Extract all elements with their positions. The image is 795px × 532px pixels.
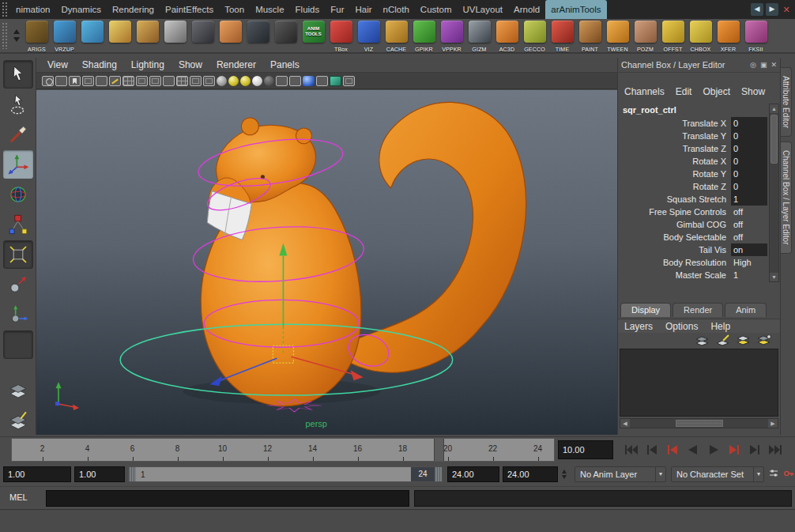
layer-editor-menu-item[interactable]: Layers	[624, 321, 653, 332]
playback-start-field[interactable]: 1.00	[74, 466, 125, 482]
channel-row[interactable]: Rotate Y 0	[620, 168, 767, 180]
shelf-icon-button[interactable]: TBox	[327, 19, 355, 52]
go-to-end-button[interactable]	[765, 442, 785, 458]
channel-name[interactable]: Translate Z	[620, 142, 731, 155]
channel-box-menu-item[interactable]: Edit	[676, 86, 692, 97]
channel-row[interactable]: Translate Z 0	[620, 142, 767, 155]
viewport-menu-item[interactable]: Lighting	[131, 59, 164, 70]
scrollbar-thumb[interactable]	[771, 115, 778, 164]
range-slider[interactable]: 1 24	[128, 466, 443, 482]
shelf-selector-icon[interactable]	[10, 19, 23, 52]
shelf-tab[interactable]: Arnold	[508, 0, 545, 19]
sidebar-vertical-tab[interactable]: Channel Box / Layer Editor	[781, 141, 792, 254]
shelf-tab[interactable]: Rendering	[107, 0, 160, 19]
screen-space-ao-icon[interactable]	[276, 76, 288, 86]
command-result-field[interactable]	[414, 490, 792, 507]
channel-list-scrollbar[interactable]: ▲ ▼	[769, 104, 779, 282]
new-empty-layer-button[interactable]	[736, 334, 752, 347]
lights-icon[interactable]	[252, 76, 262, 86]
shelf-tab[interactable]: nimation	[10, 0, 55, 19]
layer-options-button[interactable]	[715, 334, 731, 347]
select-camera-icon[interactable]	[42, 76, 54, 86]
play-backwards-button[interactable]	[683, 442, 703, 458]
channel-row[interactable]: Squash Stretch 1	[620, 193, 767, 206]
safe-action-icon[interactable]	[190, 76, 202, 86]
channel-name[interactable]: Rotate Y	[620, 168, 731, 180]
image-plane-icon[interactable]	[82, 76, 94, 86]
horizontal-scrollbar-thumb[interactable]	[676, 420, 723, 427]
channel-box-menu-item[interactable]: Object	[703, 86, 730, 97]
channel-name[interactable]: Tail Vis	[620, 243, 731, 256]
two-d-pan-zoom-icon[interactable]	[96, 76, 107, 86]
panel-float-icon[interactable]: ▣	[760, 61, 767, 69]
range-start-handle[interactable]	[129, 467, 136, 481]
close-icon[interactable]: ✕	[781, 4, 792, 15]
channel-name[interactable]: Gimbal COG	[620, 218, 731, 231]
select-tool-button[interactable]	[3, 60, 33, 89]
shelf-tab[interactable]: Dynamics	[55, 0, 106, 19]
viewport-menu-item[interactable]: Show	[179, 59, 202, 70]
rotate-tool-button[interactable]	[3, 180, 33, 209]
layer-editor-menu-item[interactable]: Options	[665, 321, 698, 332]
shelf-tab[interactable]: Custom	[415, 0, 458, 19]
channel-row[interactable]: Translate X 0	[620, 117, 767, 130]
shelf-tab[interactable]: Muscle	[250, 0, 289, 19]
playback-end-field[interactable]: 24.00	[447, 466, 499, 482]
layer-list-area[interactable]	[620, 349, 778, 417]
channel-value[interactable]: on	[731, 243, 767, 256]
channel-row[interactable]: Rotate Z 0	[620, 180, 767, 193]
channel-name[interactable]: Body Selectable	[620, 231, 731, 243]
shelf-grip[interactable]	[2, 22, 9, 49]
scale-tool-button[interactable]	[3, 210, 33, 239]
end-time-spinner[interactable]	[560, 468, 569, 481]
channel-name[interactable]: Translate Y	[620, 130, 731, 142]
step-forward-frame-button[interactable]	[744, 442, 764, 458]
shelf-icon-button[interactable]: ANIM TOOLS	[300, 19, 327, 52]
resolution-gate-icon[interactable]	[149, 76, 161, 86]
channel-row[interactable]: Translate Y 0	[620, 130, 767, 142]
shaded-icon[interactable]	[228, 76, 239, 86]
multisample-icon[interactable]	[303, 76, 315, 86]
shelf-scroll-right-button[interactable]: ▶	[766, 3, 778, 16]
shelf-icon-button[interactable]	[189, 19, 217, 52]
shelf-icon-button[interactable]: PAINT	[576, 19, 604, 52]
shelf-icon-button[interactable]	[106, 19, 134, 52]
viewport-canvas[interactable]: persp	[36, 90, 617, 435]
channel-value[interactable]: off	[731, 218, 767, 231]
shelf-tab[interactable]: Toon	[219, 0, 250, 19]
scroll-up-icon[interactable]: ▲	[770, 104, 778, 113]
soft-mod-tool-button[interactable]	[3, 270, 33, 299]
shelf-tab[interactable]: PaintEffects	[160, 0, 219, 19]
shelf-icon-button[interactable]: AC3D	[493, 19, 521, 52]
shelf-icon-button[interactable]: GIZM	[465, 19, 493, 52]
current-frame-marker[interactable]	[434, 439, 444, 461]
shelf-tab[interactable]: Fluids	[290, 0, 326, 19]
channel-value[interactable]: 0	[731, 180, 767, 193]
textured-icon[interactable]	[240, 76, 251, 86]
shadows-icon[interactable]	[264, 76, 274, 86]
mel-command-input[interactable]	[46, 490, 409, 507]
shelf-icon-button[interactable]: GECCO	[521, 19, 548, 52]
step-forward-key-button[interactable]	[724, 442, 744, 458]
film-gate-icon[interactable]	[136, 76, 148, 86]
shelf-icon-button[interactable]: VRZUP	[51, 19, 78, 52]
shelf-tab[interactable]: UVLayout	[457, 0, 508, 19]
channel-row[interactable]: Master Scale 1	[620, 269, 767, 281]
shelf-icon-button[interactable]	[161, 19, 189, 52]
channel-value[interactable]: 1	[731, 193, 767, 206]
gate-mask-icon[interactable]	[163, 76, 175, 86]
time-slider[interactable]: 24681012141618202224	[11, 438, 555, 462]
panel-close-icon[interactable]: ✕	[771, 61, 777, 69]
channel-value[interactable]: off	[731, 231, 767, 243]
last-tool-slot[interactable]	[3, 330, 33, 359]
camera-attributes-icon[interactable]	[55, 76, 67, 86]
channel-value[interactable]: 0	[731, 155, 767, 168]
play-forwards-button[interactable]	[703, 442, 723, 458]
layer-editor-tab[interactable]: Display	[620, 303, 671, 317]
channel-name[interactable]: Master Scale	[620, 269, 731, 281]
shelf-tab[interactable]: nCloth	[378, 0, 415, 19]
squirrel-character[interactable]	[201, 102, 526, 406]
channel-row[interactable]: Rotate X 0	[620, 155, 767, 168]
move-tool-button[interactable]	[3, 150, 33, 179]
shelf-icon-button[interactable]: POZM	[631, 19, 659, 52]
